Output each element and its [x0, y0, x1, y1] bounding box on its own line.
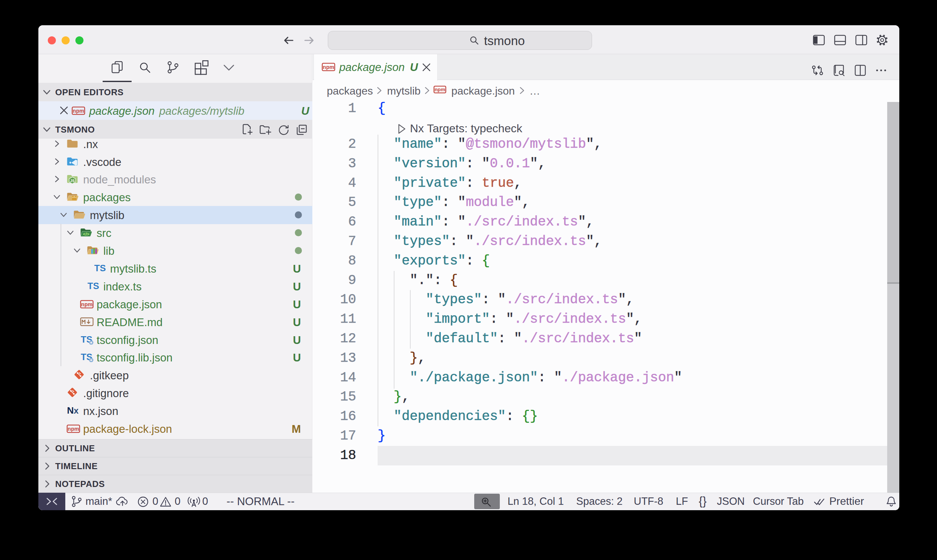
svg-text:TS: TS: [94, 263, 106, 273]
svg-text:npm: npm: [434, 86, 445, 92]
svg-text:npm: npm: [73, 108, 84, 114]
svg-text:x: x: [74, 406, 79, 415]
svg-text:npm: npm: [323, 64, 334, 70]
svg-text:TS: TS: [88, 281, 99, 291]
svg-text:</>: </>: [83, 232, 89, 237]
svg-text:npm: npm: [68, 426, 79, 432]
svg-text:npm: npm: [81, 302, 92, 307]
svg-text:JS: JS: [70, 179, 74, 183]
svg-text:N: N: [67, 406, 74, 415]
